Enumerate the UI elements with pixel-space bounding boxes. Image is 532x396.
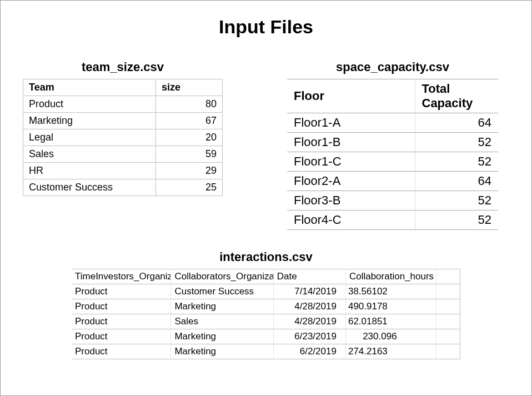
cell-floor: Floor1-C (287, 152, 415, 172)
cell-date: 4/28/2019 (273, 299, 345, 314)
cell-capacity: 64 (415, 113, 498, 133)
team-size-table: Team size Product80 Marketing67 Legal20 … (23, 79, 223, 196)
cell-size: 29 (156, 163, 223, 179)
table-row: Floor1-B52 (287, 133, 498, 152)
cell-co: Customer Success (171, 284, 273, 299)
table-row: Product Marketing 4/28/2019 490.9178 (72, 299, 460, 314)
cell-empty (436, 344, 460, 359)
cell-team: Customer Success (23, 179, 156, 196)
header-size: size (156, 79, 223, 96)
cell-capacity: 52 (415, 191, 498, 210)
team-size-filename: team_size.csv (82, 60, 164, 74)
interactions-filename: interactions.csv (219, 250, 313, 264)
table-header-row: Team size (23, 79, 223, 96)
top-row: team_size.csv Team size Product80 Market… (12, 60, 520, 230)
header-empty (436, 269, 460, 284)
space-capacity-filename: space_capacity.csv (336, 60, 449, 74)
cell-capacity: 52 (415, 133, 498, 152)
cell-hours: 274.2163 (345, 344, 436, 359)
cell-floor: Floor2-A (287, 172, 415, 191)
table-row: Product Marketing 6/23/2019 230.096 (72, 329, 460, 344)
cell-capacity: 52 (415, 152, 498, 172)
cell-ti: Product (72, 299, 171, 314)
cell-team: Product (23, 96, 156, 113)
interactions-block: interactions.csv TimeInvestors_Organizat… (12, 250, 520, 359)
table-row: Product80 (23, 96, 223, 113)
table-row: Floor2-A64 (287, 172, 498, 191)
cell-size: 67 (156, 113, 223, 129)
cell-capacity: 64 (415, 172, 498, 191)
header-timeinvestors: TimeInvestors_Organization (72, 269, 171, 284)
table-row: Sales59 (23, 146, 223, 163)
cell-hours: 490.9178 (345, 299, 436, 314)
cell-team: Sales (23, 146, 156, 163)
space-capacity-table: Floor Total Capacity Floor1-A64 Floor1-B… (287, 79, 498, 230)
table-row: Legal20 (23, 129, 223, 146)
table-row: Marketing67 (23, 113, 223, 129)
table-header-row: TimeInvestors_Organization Collaborators… (72, 269, 460, 284)
table-row: Floor3-B52 (287, 191, 498, 210)
cell-hours: 62.01851 (345, 314, 436, 329)
table-row: Product Sales 4/28/2019 62.01851 (72, 314, 460, 329)
cell-capacity: 52 (415, 210, 498, 230)
cell-empty (436, 284, 460, 299)
interactions-table: TimeInvestors_Organization Collaborators… (72, 269, 460, 359)
cell-team: HR (23, 163, 156, 179)
team-size-block: team_size.csv Team size Product80 Market… (23, 60, 223, 196)
header-team: Team (23, 79, 156, 96)
space-capacity-block: space_capacity.csv Floor Total Capacity … (287, 60, 498, 230)
cell-ti: Product (72, 314, 171, 329)
cell-floor: Floor1-B (287, 133, 415, 152)
header-floor: Floor (287, 79, 415, 113)
header-collaborators: Collaborators_Organization (171, 269, 273, 284)
cell-floor: Floor1-A (287, 113, 415, 133)
page: Input Files team_size.csv Team size Prod… (0, 0, 532, 396)
cell-hours: 38.56102 (345, 284, 436, 299)
page-title: Input Files (12, 16, 520, 38)
cell-co: Marketing (171, 344, 273, 359)
cell-hours: 230.096 (345, 329, 436, 344)
cell-size: 20 (156, 129, 223, 146)
cell-co: Sales (171, 314, 273, 329)
table-row: Product Marketing 6/2/2019 274.2163 (72, 344, 460, 359)
cell-co: Marketing (171, 329, 273, 344)
cell-team: Marketing (23, 113, 156, 129)
cell-co: Marketing (171, 299, 273, 314)
cell-ti: Product (72, 329, 171, 344)
header-date: Date (273, 269, 345, 284)
table-row: Floor1-A64 (287, 113, 498, 133)
table-row: Product Customer Success 7/14/2019 38.56… (72, 284, 460, 299)
cell-size: 25 (156, 179, 223, 196)
cell-floor: Floor3-B (287, 191, 415, 210)
table-row: HR29 (23, 163, 223, 179)
cell-ti: Product (72, 284, 171, 299)
header-hours: Collaboration_hours (345, 269, 436, 284)
cell-empty (436, 299, 460, 314)
cell-size: 80 (156, 96, 223, 113)
cell-size: 59 (156, 146, 223, 163)
cell-floor: Floor4-C (287, 210, 415, 230)
table-row: Customer Success25 (23, 179, 223, 196)
cell-team: Legal (23, 129, 156, 146)
cell-date: 4/28/2019 (273, 314, 345, 329)
table-row: Floor1-C52 (287, 152, 498, 172)
cell-date: 6/2/2019 (273, 344, 345, 359)
cell-ti: Product (72, 344, 171, 359)
cell-date: 7/14/2019 (273, 284, 345, 299)
cell-date: 6/23/2019 (273, 329, 345, 344)
header-capacity: Total Capacity (415, 79, 498, 113)
table-row: Floor4-C52 (287, 210, 498, 230)
table-header-row: Floor Total Capacity (287, 79, 498, 113)
cell-empty (436, 329, 460, 344)
cell-empty (436, 314, 460, 329)
